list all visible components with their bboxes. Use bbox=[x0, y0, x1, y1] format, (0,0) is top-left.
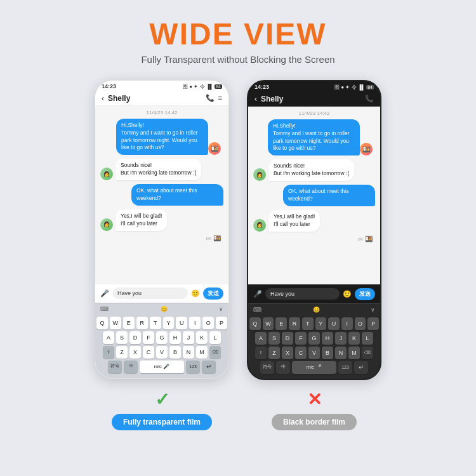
chat-header-icons-left: 📞 ≡ bbox=[206, 94, 222, 102]
key-f-r[interactable]: F bbox=[295, 332, 307, 345]
key-123-left[interactable]: 123 bbox=[186, 360, 200, 373]
key-w-r[interactable]: W bbox=[263, 317, 274, 330]
key-h-r[interactable]: H bbox=[322, 332, 333, 345]
key-shift-right[interactable]: ⇧ bbox=[255, 347, 267, 359]
emoji-icon-left[interactable]: 🙂 bbox=[191, 289, 200, 298]
key-r-r[interactable]: R bbox=[289, 317, 300, 330]
back-icon-right[interactable]: ‹ bbox=[255, 95, 257, 103]
key-v-r[interactable]: V bbox=[308, 347, 320, 359]
key-c-r[interactable]: C bbox=[295, 347, 307, 359]
key-c[interactable]: C bbox=[143, 346, 154, 359]
key-j[interactable]: J bbox=[183, 331, 194, 344]
toolbar-chevron-left[interactable]: ∨ bbox=[219, 306, 223, 312]
key-space-right[interactable]: mic 🎤 bbox=[292, 361, 336, 374]
status-time-right: 14:23 bbox=[255, 84, 269, 90]
key-o[interactable]: O bbox=[202, 317, 214, 329]
key-h[interactable]: H bbox=[169, 331, 181, 344]
key-b[interactable]: B bbox=[169, 346, 181, 359]
key-m[interactable]: M bbox=[196, 346, 208, 359]
key-p-r[interactable]: P bbox=[367, 317, 379, 330]
phone-icon-right[interactable]: 📞 bbox=[365, 95, 374, 103]
msg-recv-1-left: 👩 Sounds nice!But I'm working late tomor… bbox=[100, 159, 223, 180]
key-n[interactable]: N bbox=[183, 346, 194, 359]
key-x[interactable]: X bbox=[129, 346, 141, 359]
key-zhong[interactable]: 中 bbox=[124, 360, 138, 373]
key-f[interactable]: F bbox=[143, 331, 154, 344]
toolbar-chevron-right[interactable]: ∨ bbox=[371, 307, 375, 313]
avatar-sent-left: 🍱 bbox=[208, 142, 221, 155]
key-e-r[interactable]: E bbox=[275, 317, 287, 330]
key-enter-left[interactable]: ↵ bbox=[202, 360, 216, 373]
key-z-r[interactable]: Z bbox=[268, 347, 280, 359]
key-w[interactable]: W bbox=[110, 317, 121, 329]
key-s[interactable]: S bbox=[116, 331, 128, 344]
key-k-r[interactable]: K bbox=[348, 332, 360, 345]
key-o-r[interactable]: O bbox=[355, 317, 366, 330]
phone-right: 14:23 图 ● ✦ 令 ▐▌ 84 ‹ Shelly 📞 11/4/23 1… bbox=[247, 80, 381, 380]
key-g-r[interactable]: G bbox=[308, 332, 320, 345]
mic-icon-left[interactable]: 🎤 bbox=[100, 289, 109, 298]
emoji-icon-right[interactable]: 🙂 bbox=[343, 290, 352, 298]
key-space-left[interactable]: mic 🎤 bbox=[140, 360, 184, 373]
key-a-r[interactable]: A bbox=[255, 332, 267, 345]
key-d[interactable]: D bbox=[129, 331, 141, 344]
key-delete-right[interactable]: ⌫ bbox=[362, 347, 373, 359]
key-m-r[interactable]: M bbox=[348, 347, 360, 359]
key-zhong-r[interactable]: 中 bbox=[276, 361, 290, 374]
key-t[interactable]: T bbox=[150, 317, 161, 329]
bubble-sent-2-left: OK, what about meet this weekend? bbox=[131, 184, 223, 206]
key-j-r[interactable]: J bbox=[335, 332, 347, 345]
key-row-2-left: ASDFGHJKL bbox=[96, 331, 227, 344]
key-row-4-left: 符号 中 mic 🎤 123 ↵ bbox=[96, 360, 227, 373]
key-i[interactable]: I bbox=[189, 317, 201, 329]
chat-header-icons-right: 📞 bbox=[365, 95, 374, 103]
key-row-3-right: ⇧ ZXCVBNM ⌫ bbox=[249, 347, 379, 359]
chat-header-left: ‹ Shelly 📞 ≡ bbox=[95, 91, 228, 106]
key-q[interactable]: Q bbox=[96, 317, 108, 329]
toolbar-emoji-right[interactable]: 😊 bbox=[313, 307, 320, 313]
msg-sent-2-right: OK, what about meet this weekend? bbox=[253, 185, 375, 206]
key-u-r[interactable]: U bbox=[328, 317, 340, 330]
key-e[interactable]: E bbox=[123, 317, 135, 329]
key-n-r[interactable]: N bbox=[335, 347, 347, 359]
key-row-1-right: QWERTYUIOP bbox=[249, 317, 379, 330]
key-y[interactable]: Y bbox=[163, 317, 175, 329]
send-btn-right[interactable]: 发送 bbox=[355, 288, 375, 300]
key-d-r[interactable]: D bbox=[282, 332, 293, 345]
key-g[interactable]: G bbox=[156, 331, 168, 344]
key-l[interactable]: L bbox=[209, 331, 221, 344]
menu-icon-left[interactable]: ≡ bbox=[218, 94, 222, 102]
key-z[interactable]: Z bbox=[116, 346, 128, 359]
toolbar-emoji-left[interactable]: 😊 bbox=[161, 306, 168, 312]
phone-icon-left[interactable]: 📞 bbox=[206, 94, 215, 102]
key-fuhao-r[interactable]: 符号 bbox=[260, 361, 274, 374]
key-q-r[interactable]: Q bbox=[249, 317, 261, 330]
key-s-r[interactable]: S bbox=[268, 332, 280, 345]
key-k[interactable]: K bbox=[196, 331, 208, 344]
key-r[interactable]: R bbox=[136, 317, 148, 329]
key-i-r[interactable]: I bbox=[341, 317, 353, 330]
msg-recv-2-right: 👩 Yes,I will be glad!I'll call you later bbox=[253, 210, 375, 232]
toolbar-icon-right: ⌨ bbox=[253, 307, 261, 313]
key-123-right[interactable]: 123 bbox=[338, 361, 352, 374]
key-x-r[interactable]: X bbox=[282, 347, 293, 359]
input-box-right[interactable]: Have you bbox=[265, 288, 340, 300]
input-box-left[interactable]: Have you bbox=[112, 288, 188, 299]
key-l-r[interactable]: L bbox=[362, 332, 373, 345]
key-u[interactable]: U bbox=[176, 317, 187, 329]
send-btn-left[interactable]: 发送 bbox=[203, 288, 223, 300]
back-icon-left[interactable]: ‹ bbox=[102, 94, 104, 103]
key-t-r[interactable]: T bbox=[302, 317, 314, 330]
avatar-sent-right: 🍱 bbox=[360, 143, 373, 155]
key-shift-left[interactable]: ⇧ bbox=[103, 346, 114, 359]
key-p[interactable]: P bbox=[216, 317, 227, 329]
mic-icon-right[interactable]: 🎤 bbox=[253, 290, 262, 298]
key-delete-left[interactable]: ⌫ bbox=[209, 346, 221, 359]
key-enter-right[interactable]: ↵ bbox=[354, 361, 368, 374]
key-b-r[interactable]: B bbox=[322, 347, 333, 359]
key-y-r[interactable]: Y bbox=[315, 317, 327, 330]
msg-sent-1-left: Hi,Shelly!Tommy and I want to go in roll… bbox=[100, 119, 223, 155]
key-v[interactable]: V bbox=[156, 346, 168, 359]
key-a[interactable]: A bbox=[103, 331, 114, 344]
key-fuhao[interactable]: 符号 bbox=[108, 360, 122, 373]
